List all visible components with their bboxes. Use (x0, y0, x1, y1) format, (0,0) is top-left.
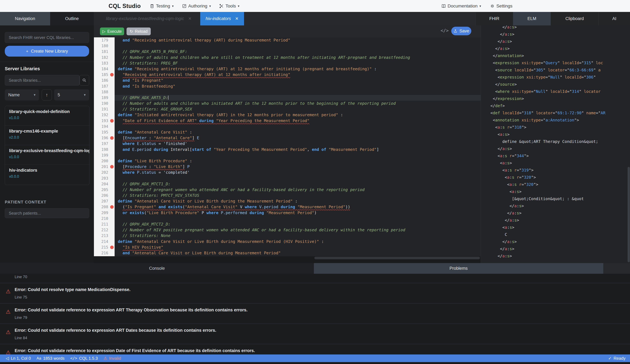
code-line[interactable]: 195define "Antenatal Care Visit" : (94, 129, 481, 135)
problem-row[interactable]: ⚠Error: Could not validate reference to … (0, 324, 630, 344)
line-number[interactable]: 213 (94, 233, 114, 239)
line-number[interactable]: 216 (94, 250, 114, 256)
line-number[interactable]: 206 (94, 193, 114, 198)
line-number[interactable]: 204 (94, 181, 114, 187)
code-line[interactable]: 202 where P.status = 'completed' (94, 170, 481, 175)
code-line[interactable]: 204 // QRPH_ADX_MTCT1_D: (94, 181, 481, 187)
line-number[interactable]: 190 (94, 101, 114, 106)
line-number[interactable]: 198 (94, 147, 114, 153)
sort-direction-button[interactable]: ↑ (42, 89, 52, 100)
save-button[interactable]: Save (451, 27, 471, 35)
line-number[interactable]: 187 (94, 83, 114, 89)
library-search-button[interactable] (80, 75, 89, 86)
code-line[interactable]: 183 // Stratifiers: PREG_BF (94, 60, 481, 66)
line-number[interactable]: 194 (94, 124, 114, 129)
menu-testing[interactable]: Testing▾ (150, 3, 174, 8)
page-size-select[interactable]: 5 ▾ (54, 89, 89, 100)
code-line[interactable]: 187 and "Is Breastfeeding" (94, 83, 481, 89)
problem-row[interactable]: ⚠Error: Could not resolve type name Medi… (0, 283, 630, 303)
library-item[interactable]: library-quick-model-definitionv1.0.0 (5, 106, 89, 126)
code-line[interactable]: 216 and "Antenatal Care Visit or Live Bi… (94, 250, 481, 256)
code-line[interactable]: 198 and E.period during Interval[start o… (94, 147, 481, 153)
line-number[interactable]: 182 (94, 55, 114, 60)
library-item[interactable]: library-exclusive-breastfeeding-cqm-logi… (5, 145, 89, 165)
create-new-library-button[interactable]: + Create New Library (5, 46, 89, 57)
code-line[interactable]: 200define "Live Birth Procedure" : (94, 158, 481, 164)
menu-authoring[interactable]: Authoring▾ (182, 3, 211, 8)
code-line[interactable]: 214define "Antenatal Care Visit or Live … (94, 239, 481, 244)
code-line[interactable]: 206 // Stratifiers: PMTCT_HIV_STATUS (94, 193, 481, 198)
right-tab-ai[interactable]: AI (598, 12, 630, 25)
code-line[interactable]: 190 // Number of adults and children who… (94, 101, 481, 106)
line-number[interactable]: 196 (94, 135, 114, 141)
library-search-input[interactable]: Search libraries... (5, 75, 80, 86)
tab-outline[interactable]: Outline (50, 12, 94, 25)
line-number[interactable]: 208 (94, 204, 114, 210)
tab-navigation[interactable]: Navigation (0, 12, 50, 25)
code-line[interactable]: 203 (94, 176, 481, 181)
breakpoint-marker[interactable] (110, 73, 114, 76)
line-number[interactable]: 179 (94, 37, 114, 43)
line-number[interactable]: 186 (94, 78, 114, 83)
code-line[interactable]: 181 // QRPH_ADX_ART5_N_PREG_BF: (94, 49, 481, 54)
line-number[interactable]: 205 (94, 187, 114, 193)
code-view-toggle-icon[interactable]: </> (440, 28, 449, 33)
menu-documentation[interactable]: Documentation▾ (441, 3, 481, 8)
breakpoint-marker[interactable] (110, 246, 114, 249)
library-item[interactable]: hiv-indicatorsv0.0.0 (5, 165, 89, 184)
code-line[interactable]: 192define "Initiated antiretroviral ther… (94, 112, 481, 118)
code-line[interactable]: 196 [Encounter : "Antenatal Care"] E (94, 135, 481, 141)
line-number[interactable]: 184 (94, 66, 114, 72)
code-line[interactable]: 212 // Number of HIV positive pregnant w… (94, 227, 481, 233)
code-line[interactable]: 213 // Stratifiers: None (94, 233, 481, 239)
line-number[interactable]: 193 (94, 118, 114, 124)
line-number[interactable]: 195 (94, 129, 114, 135)
reload-button[interactable]: ↻ Reload (126, 27, 151, 35)
line-number[interactable]: 202 (94, 170, 114, 175)
tab-console[interactable]: Console (0, 263, 314, 274)
problem-row[interactable]: ⚠Error: Could not validate reference to … (0, 344, 630, 355)
line-number[interactable]: 199 (94, 153, 114, 158)
library-item[interactable]: library-cms146-examplev2.0.0 (5, 126, 89, 145)
line-number[interactable]: 197 (94, 141, 114, 147)
execute-button[interactable]: ▷ Execute (100, 27, 124, 35)
line-number[interactable]: 211 (94, 221, 114, 227)
code-line[interactable]: 182 // Number of adults and children who… (94, 55, 481, 60)
code-line[interactable]: 188 (94, 89, 481, 95)
breakpoint-marker[interactable] (110, 119, 114, 123)
problem-row[interactable]: ⚠Error: Could not validate reference to … (0, 303, 630, 324)
line-number[interactable]: 201 (94, 164, 114, 170)
code-line[interactable]: 194 (94, 124, 481, 129)
menu-tools[interactable]: Tools▾ (219, 3, 240, 8)
right-tab-clipboard[interactable]: Clipboard (550, 12, 598, 25)
elm-vertical-scrollbar[interactable] (628, 167, 630, 262)
line-number[interactable]: 207 (94, 198, 114, 204)
line-number[interactable]: 203 (94, 176, 114, 181)
code-line[interactable]: 209 or exists("Live Birth Procedure" P w… (94, 210, 481, 216)
code-line[interactable]: 179 and "Receiving antiretroviral therap… (94, 37, 481, 43)
fhir-library-search-input[interactable]: Search FHIR server CQL libraries... (5, 32, 89, 43)
code-line[interactable]: 186 and "Is Pregnant" (94, 78, 481, 83)
right-tab-fhir[interactable]: FHIR (476, 12, 513, 25)
code-line[interactable]: 191 // Stratifiers: AGE_GROUP,SEX (94, 106, 481, 112)
code-line[interactable]: 180 (94, 43, 481, 49)
editor-tab-library-exclusive-breastfeeding-cqm-logic[interactable]: library-exclusive-breastfeeding-cqm-logi… (100, 12, 197, 25)
line-number[interactable]: 183 (94, 60, 114, 66)
scrollbar-thumb[interactable] (314, 257, 480, 259)
line-number[interactable]: 210 (94, 216, 114, 221)
code-line[interactable]: 208 ("Is Pregnant" and exists("Antenatal… (94, 204, 481, 210)
code-line[interactable]: 197 where E.status = 'finished' (94, 141, 481, 147)
line-number[interactable]: 209 (94, 210, 114, 216)
close-icon[interactable]: ✕ (188, 16, 192, 21)
breakpoint-marker[interactable] (110, 205, 114, 209)
line-number[interactable]: 180 (94, 43, 114, 49)
menu-settings[interactable]: Settings (490, 3, 512, 8)
tab-problems[interactable]: Problems (314, 263, 603, 274)
line-number[interactable]: 185 (94, 72, 114, 78)
editor-tab-hiv-indicators[interactable]: hiv-indicators✕ (200, 12, 244, 25)
line-number[interactable]: 200 (94, 158, 114, 164)
patient-search-input[interactable]: Search patients... (5, 208, 89, 218)
code-line[interactable]: 201 [Procedure : "Live Birth"] P (94, 164, 481, 170)
editor-horizontal-scrollbar[interactable] (94, 256, 481, 260)
problem-row[interactable]: Line 70 (0, 274, 630, 283)
